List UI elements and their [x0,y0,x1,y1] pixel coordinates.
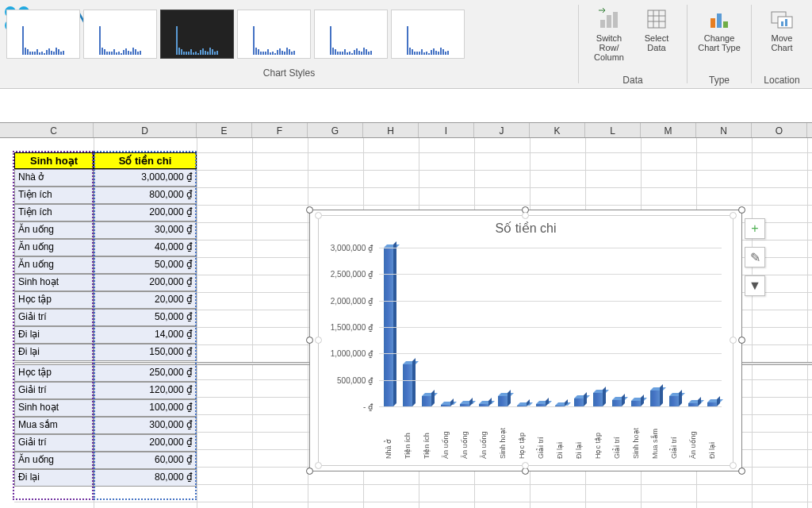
chart-style-thumb[interactable] [6,10,80,59]
svg-rect-13 [781,21,783,26]
x-tick-label: Tiện ích [423,410,431,459]
x-tick-label: Mua sắm [651,410,659,459]
resize-handle[interactable] [306,468,313,475]
x-tick-label: Giải trí [670,410,678,459]
chart-plot-area[interactable]: Số tiền chi - ₫500,000 ₫1,000,000 ₫1,500… [318,215,733,466]
resize-handle[interactable] [730,337,737,344]
change-chart-type-icon [707,6,732,32]
bar[interactable] [498,396,508,406]
bar[interactable] [612,400,622,406]
bar[interactable] [650,391,660,406]
svg-rect-0 [600,20,605,28]
type-group: Change Chart Type Type [688,0,751,88]
group-label-type: Type [694,72,745,88]
svg-rect-3 [648,10,665,28]
column-header[interactable]: F [252,123,308,137]
move-chart-button[interactable]: Move Chart [758,3,806,72]
chart-side-buttons: + ✎ ▼ [745,218,765,296]
y-tick-label: 2,000,000 ₫ [331,296,373,305]
chart-style-thumb[interactable] [160,10,234,59]
x-tick-label: Ăn uống [480,410,488,459]
y-tick-label: 3,000,000 ₫ [331,244,373,252]
resize-handle[interactable] [738,468,745,475]
column-header[interactable]: L [585,123,641,137]
bar[interactable] [403,364,412,406]
resize-handle[interactable] [522,212,529,219]
switch-row-column-button[interactable]: Switch Row/ Column [585,3,633,72]
chart-style-thumb[interactable] [83,10,157,59]
x-tick-label: Tiện ích [404,410,412,459]
bar[interactable] [631,401,641,406]
column-header[interactable]: I [419,123,474,137]
x-tick-label: Giải trí [537,410,545,459]
column-headers[interactable]: CDEFGHIJKLMNO [0,122,812,138]
column-header[interactable]: O [752,123,807,137]
resize-handle[interactable] [522,462,529,469]
group-label-location: Location [758,72,806,88]
column-header[interactable]: J [474,123,530,137]
column-header[interactable]: K [530,123,585,137]
svg-rect-9 [717,13,722,28]
x-tick-label: Ăn uống [461,410,469,459]
bar[interactable] [422,396,431,406]
plot-area[interactable] [379,248,722,406]
resize-handle[interactable] [738,206,745,214]
resize-handle[interactable] [730,212,737,219]
y-tick-label: 1,000,000 ₫ [331,349,373,358]
column-header[interactable]: G [308,123,363,137]
resize-handle[interactable] [306,337,313,344]
svg-rect-2 [613,12,618,28]
resize-handle[interactable] [738,337,745,344]
x-tick-label: Ăn uống [689,410,697,459]
x-tick-label: Học tập [594,410,602,459]
column-header[interactable]: N [696,123,752,137]
x-tick-label: Đi lại [556,410,564,459]
y-tick-label: 500,000 ₫ [337,375,373,384]
chart-style-gallery[interactable] [6,3,572,65]
select-data-icon [644,6,669,32]
chart-styles-button[interactable]: ✎ [745,247,765,267]
svg-rect-8 [710,18,715,28]
column-header[interactable]: D [94,123,197,137]
plus-icon: + [751,221,758,236]
chart-object[interactable]: Số tiền chi - ₫500,000 ₫1,000,000 ₫1,500… [309,210,742,471]
x-tick-label: Đi lại [575,410,583,459]
column-header[interactable]: M [641,123,696,137]
select-data-button[interactable]: Select Data [633,3,680,72]
chart-style-thumb[interactable] [237,10,311,59]
switch-row-column-icon [596,6,622,32]
move-chart-icon [769,6,795,32]
bar[interactable] [593,393,603,406]
data-group: Switch Row/ Column Select Data Data [579,0,687,88]
selection-marquee-c [13,151,94,500]
chart-title[interactable]: Số tiền chi [319,216,733,237]
chart-elements-button[interactable]: + [745,218,765,239]
change-chart-type-button[interactable]: Change Chart Type [694,3,745,72]
column-header[interactable]: H [363,123,419,137]
selection-marquee-d [94,151,197,500]
column-header[interactable]: C [14,123,94,137]
bar[interactable] [669,396,679,406]
chart-style-thumb[interactable] [391,10,465,59]
svg-rect-14 [785,19,787,26]
x-tick-label: Giải trí [613,410,621,459]
resize-handle[interactable] [730,462,737,469]
ribbon: PHONG VU Chart Styles Switch Row/ Column… [0,0,812,89]
chart-styles-group: Chart Styles [0,0,578,88]
bar[interactable] [574,398,584,406]
y-tick-label: 2,500,000 ₫ [331,270,373,279]
brush-icon: ✎ [750,250,760,265]
x-tick-label: Học tập [518,410,526,459]
resize-handle[interactable] [315,462,322,469]
y-tick-label: - ₫ [363,402,373,411]
x-axis-labels: Nhà ởTiện íchTiện íchĂn uốngĂn uốngĂn uố… [379,410,722,459]
x-tick-label: Sinh hoạt [632,410,640,459]
resize-handle[interactable] [306,206,313,214]
y-axis-labels: - ₫500,000 ₫1,000,000 ₫1,500,000 ₫2,000,… [319,248,377,406]
location-group: Move Chart Location [752,0,812,88]
chart-filters-button[interactable]: ▼ [745,275,765,296]
column-header[interactable]: E [197,123,252,137]
svg-rect-10 [723,21,728,28]
resize-handle[interactable] [315,212,322,219]
chart-style-thumb[interactable] [314,10,388,59]
